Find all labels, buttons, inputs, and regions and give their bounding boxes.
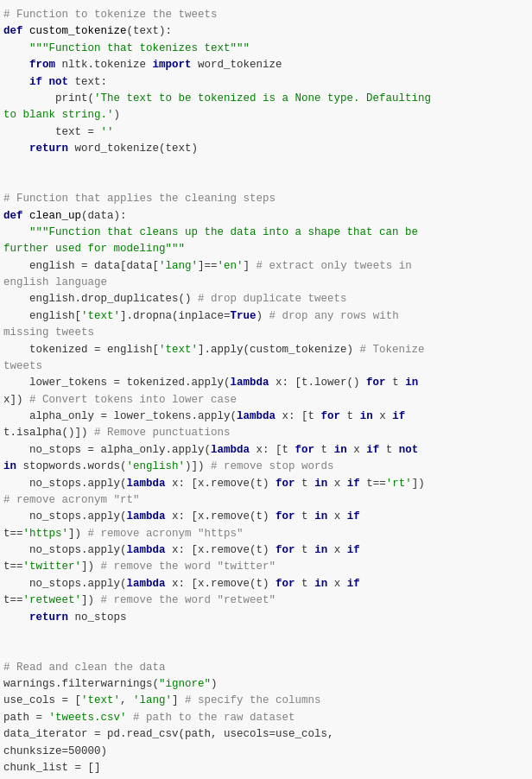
code-container: # Function to tokenize the tweets def cu…	[0, 0, 532, 779]
code-block: # Function to tokenize the tweets def cu…	[3, 7, 529, 779]
